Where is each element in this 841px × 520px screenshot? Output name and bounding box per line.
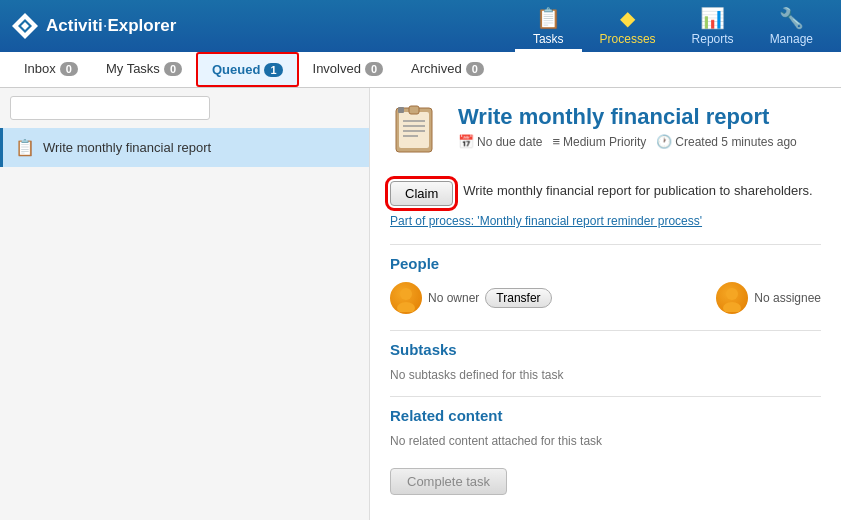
task-list-icon: 📋: [15, 138, 35, 157]
meta-due: 📅 No due date: [458, 134, 542, 149]
tasks-icon: 📋: [536, 6, 561, 30]
tab-inbox[interactable]: Inbox 0: [10, 52, 92, 87]
meta-created: 🕐 Created 5 minutes ago: [656, 134, 796, 149]
top-navigation: Activiti·Explorer 📋 Tasks ◆ Processes 📊 …: [0, 0, 841, 52]
tab-archived-badge: 0: [466, 62, 484, 76]
meta-created-label: Created 5 minutes ago: [675, 135, 796, 149]
owner-label: No owner: [428, 291, 479, 305]
claim-button[interactable]: Claim: [390, 181, 453, 206]
reports-icon: 📊: [700, 6, 725, 30]
divider-related: [390, 396, 821, 397]
svg-rect-5: [409, 106, 419, 114]
complete-task-button[interactable]: Complete task: [390, 468, 507, 495]
people-section-title: People: [390, 255, 821, 272]
right-panel: Write monthly financial report 📅 No due …: [370, 88, 841, 520]
svg-point-11: [400, 288, 412, 300]
transfer-button[interactable]: Transfer: [485, 288, 551, 308]
task-title-area: Write monthly financial report 📅 No due …: [458, 104, 797, 149]
related-empty: No related content attached for this tas…: [390, 434, 821, 448]
tab-involved-badge: 0: [365, 62, 383, 76]
nav-items: 📋 Tasks ◆ Processes 📊 Reports 🔧 Manage: [515, 0, 831, 52]
nav-tasks[interactable]: 📋 Tasks: [515, 0, 582, 52]
meta-priority: ≡ Medium Priority: [552, 134, 646, 149]
nav-manage-label: Manage: [770, 32, 813, 46]
logo-area: Activiti·Explorer: [10, 11, 515, 41]
claim-row: Claim Write monthly financial report for…: [390, 181, 821, 206]
tab-involved[interactable]: Involved 0: [299, 52, 398, 87]
svg-rect-4: [399, 112, 429, 148]
task-description: Write monthly financial report for publi…: [463, 181, 813, 201]
meta-due-label: No due date: [477, 135, 542, 149]
left-panel: 📋 Write monthly financial report: [0, 88, 370, 520]
people-row: No owner Transfer No assignee: [390, 282, 821, 314]
nav-reports-label: Reports: [692, 32, 734, 46]
nav-tasks-label: Tasks: [533, 32, 564, 46]
calendar-icon: 📅: [458, 134, 474, 149]
subtasks-section-title: Subtasks: [390, 341, 821, 358]
task-big-icon: [390, 104, 442, 167]
sub-navigation: Inbox 0 My Tasks 0 Queued 1 Involved 0 A…: [0, 52, 841, 88]
assignee-label: No assignee: [754, 291, 821, 305]
process-link[interactable]: Part of process: 'Monthly financial repo…: [390, 214, 821, 228]
tab-queued-badge: 1: [264, 63, 282, 77]
task-meta: 📅 No due date ≡ Medium Priority 🕐 Create…: [458, 134, 797, 149]
svg-point-14: [723, 302, 741, 312]
task-list-name: Write monthly financial report: [43, 140, 211, 155]
search-input[interactable]: [10, 96, 210, 120]
clock-icon: 🕐: [656, 134, 672, 149]
owner-avatar: [390, 282, 422, 314]
tab-my-tasks-label: My Tasks: [106, 61, 160, 76]
nav-processes[interactable]: ◆ Processes: [582, 0, 674, 52]
search-area: [0, 88, 369, 128]
owner-item: No owner Transfer: [390, 282, 552, 314]
subtasks-empty: No subtasks defined for this task: [390, 368, 821, 382]
related-section-title: Related content: [390, 407, 821, 424]
assignee-avatar: [716, 282, 748, 314]
processes-icon: ◆: [620, 6, 635, 30]
tab-archived-label: Archived: [411, 61, 462, 76]
tab-inbox-label: Inbox: [24, 61, 56, 76]
logo-icon: [10, 11, 40, 41]
tab-queued-label: Queued: [212, 62, 260, 77]
tab-involved-label: Involved: [313, 61, 361, 76]
nav-processes-label: Processes: [600, 32, 656, 46]
assignee-item: No assignee: [716, 282, 821, 314]
divider-people: [390, 244, 821, 245]
svg-rect-10: [398, 107, 404, 113]
task-header: Write monthly financial report 📅 No due …: [390, 104, 821, 167]
list-item[interactable]: 📋 Write monthly financial report: [0, 128, 369, 167]
tab-inbox-badge: 0: [60, 62, 78, 76]
nav-reports[interactable]: 📊 Reports: [674, 0, 752, 52]
tab-queued[interactable]: Queued 1: [196, 52, 299, 87]
tab-archived[interactable]: Archived 0: [397, 52, 498, 87]
brand-name: Activiti·Explorer: [46, 16, 176, 36]
svg-point-12: [397, 302, 415, 312]
nav-manage[interactable]: 🔧 Manage: [752, 0, 831, 52]
meta-priority-label: Medium Priority: [563, 135, 646, 149]
tab-my-tasks[interactable]: My Tasks 0: [92, 52, 196, 87]
tab-my-tasks-badge: 0: [164, 62, 182, 76]
divider-subtasks: [390, 330, 821, 331]
main-content: 📋 Write monthly financial report: [0, 88, 841, 520]
svg-point-13: [726, 288, 738, 300]
manage-icon: 🔧: [779, 6, 804, 30]
task-title: Write monthly financial report: [458, 104, 797, 130]
priority-icon: ≡: [552, 134, 560, 149]
